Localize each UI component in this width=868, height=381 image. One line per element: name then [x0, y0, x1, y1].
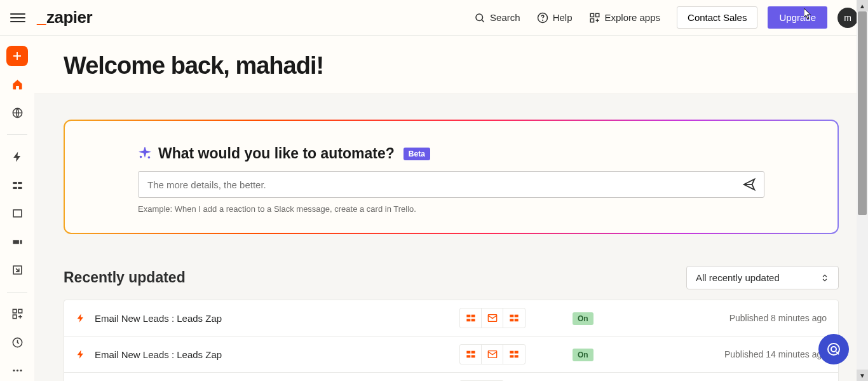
history-icon [11, 336, 24, 349]
zap-row[interactable]: Email New Leads : Leads ZapOnPublished 1… [64, 336, 838, 373]
zap-app-icon [482, 308, 503, 328]
sidebar-apps[interactable] [6, 304, 28, 324]
svg-point-23 [16, 370, 18, 371]
zap-name: Email New Leads : Leads Zap [95, 349, 451, 360]
bolt-icon [11, 151, 24, 163]
sidebar-discover[interactable] [6, 102, 28, 123]
svg-rect-31 [471, 319, 475, 321]
svg-rect-13 [18, 186, 22, 188]
svg-rect-14 [13, 210, 22, 217]
filter-label: All recently updated [696, 272, 780, 283]
svg-rect-20 [13, 315, 17, 319]
svg-rect-34 [515, 315, 519, 317]
sidebar-zaps[interactable] [6, 146, 28, 167]
scroll-up-arrow[interactable]: ▲ [857, 0, 868, 11]
svg-rect-30 [466, 319, 470, 321]
svg-point-22 [13, 370, 15, 371]
sidebar-interfaces[interactable] [6, 203, 28, 223]
zap-time: Published 14 minutes ago [724, 349, 827, 359]
sidebar-item-6[interactable] [6, 260, 28, 280]
transfer-icon [11, 264, 24, 276]
help-label: Help [553, 12, 573, 23]
help-button[interactable]: Help [537, 12, 573, 24]
sidebar-divider [7, 134, 27, 135]
svg-rect-5 [595, 13, 599, 17]
svg-rect-33 [510, 315, 513, 317]
block-icon [11, 236, 24, 248]
zap-row[interactable]: Email New Leads : Leads ZapOnPublished 8… [64, 300, 838, 336]
grid-icon [11, 308, 24, 320]
tables-icon [11, 179, 24, 191]
sidebar-history[interactable] [6, 332, 28, 352]
svg-rect-44 [510, 355, 513, 357]
sidebar-home[interactable] [6, 74, 28, 94]
welcome-section: Welcome back, mahadi! [34, 36, 868, 94]
svg-rect-10 [13, 182, 17, 184]
svg-rect-35 [510, 319, 513, 321]
recently-filter-dropdown[interactable]: All recently updated [686, 266, 839, 289]
svg-rect-45 [515, 355, 519, 357]
svg-rect-40 [471, 355, 475, 357]
zap-status: On [573, 349, 593, 360]
interface-icon [11, 207, 24, 219]
zap-name: Email New Leads : Leads Zap [95, 313, 451, 324]
more-icon [11, 364, 24, 377]
zap-row[interactable]: Untitled ZapRan 6 days ago [64, 373, 838, 381]
svg-point-25 [149, 156, 150, 158]
svg-line-1 [482, 20, 484, 22]
create-button[interactable] [6, 46, 28, 66]
bolt-icon [76, 313, 86, 323]
automate-input[interactable] [139, 179, 735, 190]
zap-apps [459, 344, 526, 364]
home-icon [11, 78, 24, 90]
contact-sales-button[interactable]: Contact Sales [677, 6, 757, 29]
recently-title: Recently updated [64, 269, 186, 286]
left-sidebar [0, 36, 34, 381]
menu-toggle-button[interactable] [10, 10, 25, 25]
svg-rect-4 [590, 13, 593, 17]
svg-rect-38 [471, 351, 475, 354]
sidebar-tables[interactable] [6, 175, 28, 195]
svg-point-26 [140, 156, 142, 157]
sidebar-item-5[interactable] [6, 232, 28, 252]
content-section: What would you like to automate? Beta Ex… [34, 94, 868, 381]
svg-rect-11 [18, 182, 22, 184]
sidebar-more[interactable] [6, 361, 28, 381]
user-avatar[interactable]: m [837, 8, 858, 28]
svg-rect-42 [510, 351, 513, 354]
svg-rect-39 [466, 355, 470, 357]
zap-apps [459, 308, 526, 328]
svg-rect-36 [515, 319, 519, 321]
zap-time: Published 8 minutes ago [729, 313, 827, 323]
help-icon [537, 12, 548, 24]
zap-app-icon [460, 308, 482, 328]
bolt-icon [76, 349, 86, 359]
explore-apps-button[interactable]: Explore apps [589, 12, 661, 24]
sparkle-icon [138, 147, 152, 161]
scrollbar-thumb[interactable] [858, 11, 867, 215]
zap-status-badge: On [573, 349, 593, 361]
search-icon [474, 12, 485, 24]
automate-input-container [138, 171, 764, 198]
floating-help-button[interactable] [818, 334, 849, 364]
plus-icon [11, 50, 23, 62]
globe-icon [11, 107, 24, 119]
svg-rect-43 [515, 351, 519, 354]
search-button[interactable]: Search [474, 12, 520, 24]
automate-example-text: Example: When I add a reaction to a Slac… [138, 204, 764, 214]
svg-point-0 [476, 14, 483, 21]
zap-list: Email New Leads : Leads ZapOnPublished 8… [64, 300, 839, 381]
scroll-down-arrow[interactable]: ▼ [857, 370, 868, 381]
automate-send-button[interactable] [735, 172, 764, 197]
automate-card: What would you like to automate? Beta Ex… [64, 120, 839, 234]
zap-app-icon [482, 345, 503, 364]
zap-status-badge: On [573, 312, 593, 325]
zap-app-icon [503, 308, 525, 328]
zap-status: On [573, 312, 593, 324]
beta-badge: Beta [403, 148, 430, 160]
svg-rect-18 [13, 310, 17, 314]
svg-rect-16 [20, 240, 22, 244]
zapier-logo[interactable]: _zapier [37, 8, 92, 27]
upgrade-button[interactable]: Upgrade [768, 6, 827, 29]
svg-rect-37 [466, 351, 470, 354]
